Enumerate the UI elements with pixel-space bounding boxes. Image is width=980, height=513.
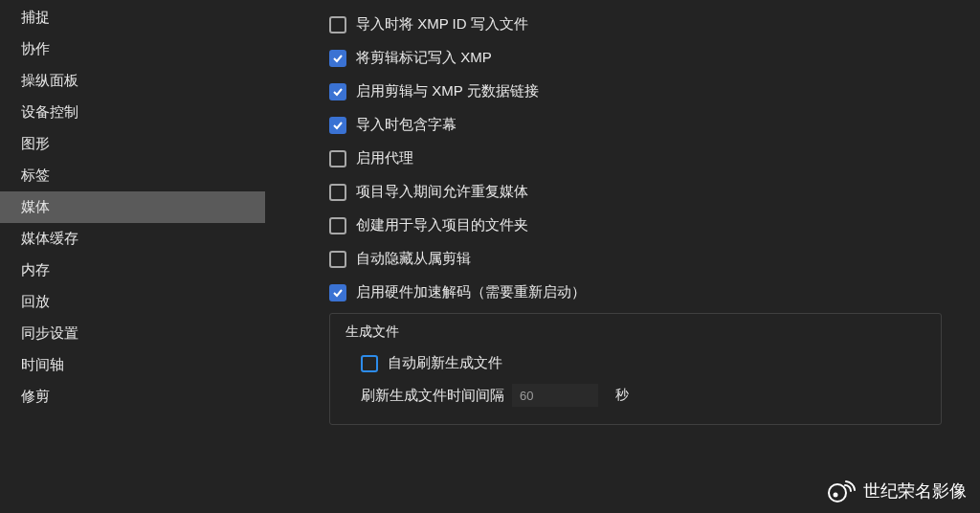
option-checkbox-3[interactable] bbox=[329, 117, 346, 134]
preferences-sidebar: 捕捉协作操纵面板设备控制图形标签媒体媒体缓存内存回放同步设置时间轴修剪 bbox=[0, 0, 265, 513]
sidebar-item-12[interactable]: 修剪 bbox=[0, 381, 265, 413]
option-row-2: 启用剪辑与 XMP 元数据链接 bbox=[284, 75, 961, 108]
option-row-5: 项目导入期间允许重复媒体 bbox=[284, 175, 961, 209]
sidebar-item-2[interactable]: 操纵面板 bbox=[0, 65, 265, 97]
interval-label: 刷新生成文件时间间隔 bbox=[361, 387, 504, 405]
option-checkbox-6[interactable] bbox=[329, 217, 346, 234]
sidebar-item-8[interactable]: 内存 bbox=[0, 255, 265, 286]
option-label-8: 启用硬件加速解码（需要重新启动） bbox=[356, 283, 586, 301]
option-row-7: 自动隐藏从属剪辑 bbox=[284, 242, 961, 276]
option-label-4: 启用代理 bbox=[356, 149, 413, 167]
option-checkbox-0[interactable] bbox=[329, 16, 346, 33]
option-label-7: 自动隐藏从属剪辑 bbox=[356, 250, 471, 268]
option-checkbox-5[interactable] bbox=[329, 184, 346, 201]
option-label-3: 导入时包含字幕 bbox=[356, 116, 457, 134]
sidebar-item-10[interactable]: 同步设置 bbox=[0, 318, 265, 349]
option-row-4: 启用代理 bbox=[284, 142, 961, 175]
sidebar-item-0[interactable]: 捕捉 bbox=[0, 2, 265, 33]
auto-refresh-checkbox[interactable] bbox=[361, 355, 378, 372]
sidebar-item-3[interactable]: 设备控制 bbox=[0, 97, 265, 128]
interval-input[interactable] bbox=[512, 384, 598, 407]
option-row-8: 启用硬件加速解码（需要重新启动） bbox=[284, 276, 961, 309]
option-row-3: 导入时包含字幕 bbox=[284, 108, 961, 142]
interval-unit: 秒 bbox=[615, 387, 629, 404]
option-checkbox-1[interactable] bbox=[329, 50, 346, 67]
option-label-5: 项目导入期间允许重复媒体 bbox=[356, 183, 528, 201]
option-label-0: 导入时将 XMP ID 写入文件 bbox=[356, 15, 528, 33]
option-checkbox-8[interactable] bbox=[329, 284, 346, 301]
preferences-content: 导入时将 XMP ID 写入文件将剪辑标记写入 XMP启用剪辑与 XMP 元数据… bbox=[265, 0, 980, 513]
option-row-1: 将剪辑标记写入 XMP bbox=[284, 41, 961, 75]
option-row-0: 导入时将 XMP ID 写入文件 bbox=[284, 8, 961, 41]
group-title: 生成文件 bbox=[344, 323, 927, 341]
option-label-2: 启用剪辑与 XMP 元数据链接 bbox=[356, 82, 539, 100]
option-checkbox-2[interactable] bbox=[329, 83, 346, 100]
option-checkbox-4[interactable] bbox=[329, 150, 346, 167]
sidebar-item-9[interactable]: 回放 bbox=[0, 286, 265, 318]
sidebar-item-7[interactable]: 媒体缓存 bbox=[0, 223, 265, 255]
option-label-1: 将剪辑标记写入 XMP bbox=[356, 49, 492, 67]
sidebar-item-5[interactable]: 标签 bbox=[0, 160, 265, 191]
sidebar-item-11[interactable]: 时间轴 bbox=[0, 349, 265, 381]
option-checkbox-7[interactable] bbox=[329, 251, 346, 268]
option-row-6: 创建用于导入项目的文件夹 bbox=[284, 209, 961, 242]
sidebar-item-6[interactable]: 媒体 bbox=[0, 191, 265, 223]
auto-refresh-label: 自动刷新生成文件 bbox=[388, 354, 502, 372]
sidebar-item-4[interactable]: 图形 bbox=[0, 128, 265, 160]
sidebar-item-1[interactable]: 协作 bbox=[0, 33, 265, 65]
generate-files-group: 生成文件 自动刷新生成文件 刷新生成文件时间间隔 秒 bbox=[329, 313, 942, 425]
option-label-6: 创建用于导入项目的文件夹 bbox=[356, 216, 528, 234]
